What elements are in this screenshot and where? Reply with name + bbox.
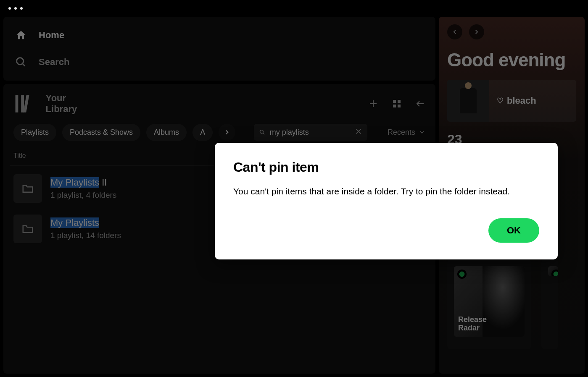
- window-title-bar: [0, 0, 588, 17]
- folder-icon: [21, 223, 34, 235]
- sort-by-label: Recents: [388, 128, 415, 137]
- svg-point-0: [17, 58, 24, 65]
- nav-search-label: Search: [39, 57, 69, 68]
- plus-icon[interactable]: [368, 99, 378, 109]
- card-title-line: Release: [458, 316, 487, 324]
- spotify-logo-icon: [551, 270, 558, 276]
- library-title: Your Library: [46, 93, 77, 115]
- shortcut-card[interactable]: ♡ bleach: [447, 80, 576, 122]
- filter-chip[interactable]: A: [192, 124, 213, 141]
- library-item-meta: 1 playlist, 14 folders: [50, 231, 121, 240]
- spotify-logo-icon: [457, 270, 467, 279]
- library-search-input[interactable]: [270, 128, 351, 137]
- traffic-light-dot: [8, 7, 11, 10]
- svg-rect-7: [393, 100, 396, 103]
- nav-home-label: Home: [39, 30, 64, 41]
- svg-rect-2: [16, 95, 18, 113]
- library-toggle[interactable]: Your Library: [13, 92, 77, 115]
- chevron-right-icon: [223, 128, 231, 136]
- svg-point-12: [260, 130, 264, 134]
- folder-icon: [21, 182, 34, 195]
- folder-thumbnail: [13, 215, 42, 243]
- svg-rect-10: [398, 105, 401, 107]
- shortcut-artwork: [447, 80, 489, 122]
- ok-button[interactable]: OK: [488, 218, 539, 243]
- card-artwork: [548, 266, 558, 276]
- heart-icon: ♡: [497, 96, 504, 105]
- forward-button[interactable]: [469, 24, 484, 39]
- card-title-line: Radar: [458, 324, 487, 332]
- filter-chip[interactable]: Playlists: [13, 124, 56, 141]
- library-icon: [13, 92, 37, 115]
- search-icon: [15, 56, 27, 68]
- playlist-card[interactable]: Release Radar: [447, 259, 531, 349]
- filter-chip[interactable]: Podcasts & Shows: [62, 124, 140, 141]
- search-icon: [259, 128, 266, 136]
- sort-by-dropdown[interactable]: Recents: [388, 128, 425, 137]
- playlist-card[interactable]: [541, 259, 558, 349]
- nav-panel: Home Search: [3, 17, 435, 81]
- traffic-light-dot: [20, 7, 23, 10]
- nav-search[interactable]: Search: [3, 49, 435, 76]
- traffic-light-dot: [14, 7, 17, 10]
- library-item-name: My Playlists: [50, 217, 121, 228]
- chevron-down-icon: [419, 129, 425, 136]
- home-icon: [15, 29, 27, 41]
- nav-home[interactable]: Home: [3, 22, 435, 49]
- grid-view-icon[interactable]: [392, 99, 402, 109]
- chevron-right-icon: [473, 28, 480, 36]
- greeting-heading: Good evening: [447, 50, 576, 71]
- library-item-name: My Playlists II: [50, 177, 116, 188]
- card-artwork: Release Radar: [454, 266, 525, 337]
- collapse-arrow-icon[interactable]: [415, 99, 425, 109]
- shortcut-label: bleach: [507, 95, 536, 106]
- svg-rect-4: [23, 95, 29, 113]
- dialog-title: Can't pin item: [233, 160, 539, 175]
- close-icon: [355, 128, 362, 135]
- chips-scroll-right[interactable]: [219, 124, 235, 141]
- svg-line-1: [23, 64, 25, 66]
- svg-line-13: [263, 133, 264, 134]
- svg-rect-3: [21, 95, 24, 113]
- library-item-meta: 1 playlist, 4 folders: [50, 191, 116, 200]
- svg-point-17: [554, 272, 558, 276]
- svg-point-16: [459, 272, 465, 277]
- back-button[interactable]: [447, 24, 462, 39]
- filter-chip[interactable]: Albums: [146, 124, 187, 141]
- library-search-box[interactable]: [254, 124, 367, 141]
- folder-thumbnail: [13, 174, 42, 203]
- svg-rect-8: [398, 100, 401, 103]
- chevron-left-icon: [451, 28, 459, 36]
- cant-pin-dialog: Can't pin item You can't pin items that …: [215, 143, 558, 259]
- dialog-body: You can't pin items that are inside a fo…: [233, 185, 539, 197]
- clear-search-button[interactable]: [355, 128, 362, 137]
- svg-rect-9: [393, 105, 396, 107]
